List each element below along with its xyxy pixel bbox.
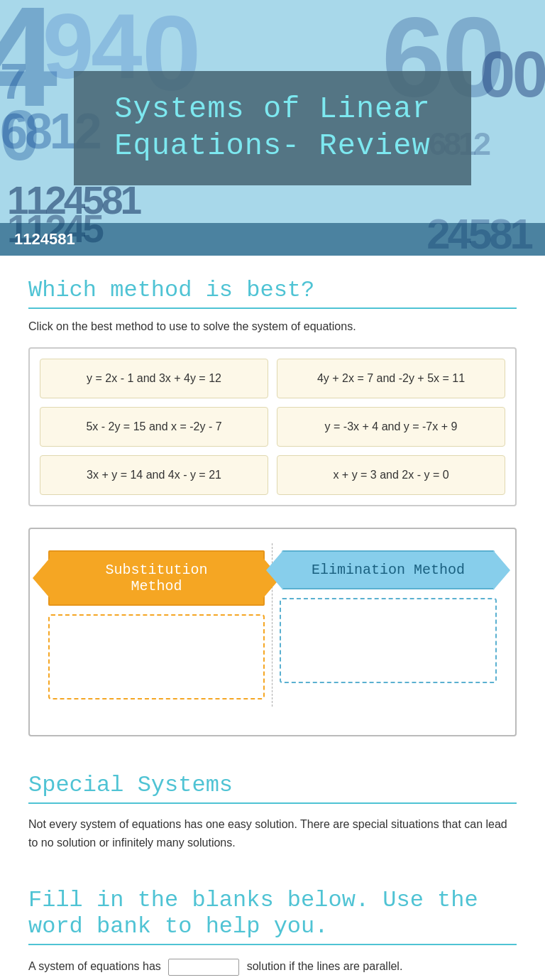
method-area: Substitution Method Elimination Method: [28, 528, 517, 736]
method-description: Click on the best method to use to solve…: [28, 320, 517, 333]
hero-section: 4 94 0 60 76812 0 00 1124581 11245 24581…: [0, 0, 545, 256]
blank-input-1[interactable]: [168, 959, 239, 976]
section-divider-1: [28, 307, 517, 309]
section-divider-2: [28, 802, 517, 804]
equation-cell-6[interactable]: x + y = 3 and 2x - y = 0: [277, 455, 505, 495]
elimination-ribbon[interactable]: Elimination Method: [282, 550, 495, 589]
substitution-banner: Substitution Method: [48, 550, 265, 606]
elimination-drop-zone[interactable]: [280, 598, 497, 683]
equation-cell-2[interactable]: 4y + 2x = 7 and -2y + 5x = 11: [277, 359, 505, 398]
substitution-drop-zone[interactable]: [48, 614, 265, 699]
special-systems-heading: Special Systems: [28, 772, 517, 798]
fill-blanks-section: Fill in the blanks below. Use the word b…: [28, 887, 517, 980]
method-section: Which method is best? Click on the best …: [28, 277, 517, 736]
hero-title: Systems of Linear Equations- Review: [108, 91, 437, 165]
fill-blanks-heading: Fill in the blanks below. Use the word b…: [28, 887, 517, 940]
elimination-banner: Elimination Method: [280, 550, 497, 589]
equation-cell-1[interactable]: y = 2x - 1 and 3x + 4y = 12: [40, 359, 268, 398]
elimination-label: Elimination Method: [312, 562, 465, 578]
fill-line-1: A system of equations has solution if th…: [28, 957, 517, 977]
hero-bottom-bar: 1124581: [0, 223, 545, 256]
main-content: Which method is best? Click on the best …: [0, 256, 545, 980]
substitution-label: Substitution Method: [105, 562, 207, 594]
fill-line-1-before: A system of equations has: [28, 960, 161, 972]
method-heading: Which method is best?: [28, 277, 517, 303]
substitution-column: Substitution Method: [41, 543, 272, 707]
equation-grid: y = 2x - 1 and 3x + 4y = 12 4y + 2x = 7 …: [28, 347, 517, 506]
fill-line-1-after: solution if the lines are parallel.: [247, 960, 403, 972]
equation-cell-3[interactable]: 5x - 2y = 15 and x = -2y - 7: [40, 407, 268, 447]
special-systems-body: Not every system of equations has one ea…: [28, 815, 517, 851]
hero-title-box: Systems of Linear Equations- Review: [74, 71, 471, 185]
special-systems-section: Special Systems Not every system of equa…: [28, 772, 517, 851]
equation-cell-4[interactable]: y = -3x + 4 and y = -7x + 9: [277, 407, 505, 447]
section-divider-3: [28, 944, 517, 945]
equation-cell-5[interactable]: 3x + y = 14 and 4x - y = 21: [40, 455, 268, 495]
substitution-ribbon[interactable]: Substitution Method: [48, 550, 265, 606]
elimination-column: Elimination Method: [272, 543, 504, 707]
